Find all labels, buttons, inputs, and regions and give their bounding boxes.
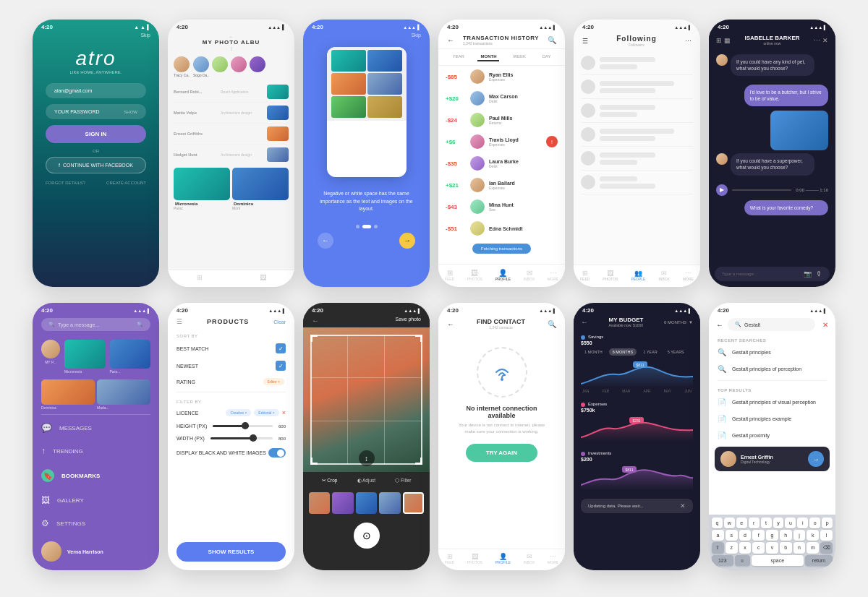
key-space[interactable]: space [752, 555, 804, 566]
create-link[interactable]: CREATE ACCOUNT [106, 181, 146, 185]
recent-item-1[interactable]: 🔍 Gestalt principles [709, 344, 835, 361]
transaction-item[interactable]: -$51 Edna Schmidt [438, 218, 565, 239]
key-123[interactable]: 123 [712, 555, 733, 566]
play-icon-6[interactable]: ▶ [716, 184, 728, 196]
list-item-2[interactable] [581, 75, 693, 99]
nav-photos-4[interactable]: 🖼PHOTOS [467, 269, 482, 281]
key-t[interactable]: t [761, 517, 772, 528]
thumb-4[interactable] [379, 492, 400, 514]
fetching-btn[interactable]: Fetching transactions [472, 244, 531, 254]
save-photo-btn[interactable]: Save photo [396, 317, 421, 325]
nav-inbox-10[interactable]: ✉ INBOX [524, 553, 535, 564]
nav-people-5[interactable]: 👥 PEOPLE [631, 270, 645, 281]
back-icon-12[interactable]: ← [716, 321, 723, 329]
nav-inbox-4[interactable]: ✉INBOX [524, 269, 535, 281]
search-input-12[interactable]: 🔍 Gestalt [728, 318, 815, 331]
transaction-item[interactable]: -$85 Ryan EllisExpenses [438, 66, 565, 87]
key-g[interactable]: g [766, 530, 778, 541]
key-j[interactable]: j [793, 530, 806, 541]
key-i[interactable]: i [797, 517, 808, 528]
show-btn[interactable]: SHOW [124, 110, 137, 114]
editorial-tag[interactable]: Editorial × [254, 409, 278, 416]
transaction-item[interactable]: +$20 Max CarsonDebit [438, 87, 565, 109]
crop-tool[interactable]: ✂ Crop [322, 478, 338, 484]
list-item-3[interactable] [581, 99, 693, 123]
key-q[interactable]: q [712, 517, 723, 528]
key-b[interactable]: b [780, 542, 792, 554]
forgot-link[interactable]: FORGOT DETAILS? [46, 181, 85, 185]
bw-toggle[interactable] [268, 448, 286, 458]
budget-period-selector[interactable]: 6 MONTHS ▼ [664, 320, 693, 325]
prev-btn[interactable]: ← [318, 233, 333, 249]
capture-btn[interactable]: ⊙ [354, 523, 380, 549]
tab-month[interactable]: MONTH [477, 53, 499, 61]
nav-bookmarks[interactable]: 🔖 BOOKMARKS [41, 463, 150, 489]
back-icon-9[interactable]: ← [312, 317, 319, 325]
transaction-item[interactable]: +$21 Ian BallardExpenses [438, 174, 565, 196]
chat-input-bar[interactable]: Type a message... 📷 🎙 [715, 267, 830, 281]
key-h[interactable]: h [780, 530, 792, 541]
nav-more-4[interactable]: ⋯MORE [548, 269, 558, 281]
album-item[interactable]: Hedget Hunt Architecture design [174, 145, 289, 165]
thumb-selected[interactable] [403, 492, 424, 514]
nav-messages[interactable]: 💬 MESSAGES [41, 416, 150, 439]
search-icon-10[interactable]: 🔍 [548, 320, 556, 328]
thumb-1[interactable] [309, 492, 330, 514]
password-field[interactable]: YOUR PASSWORD SHOW [46, 104, 146, 119]
list-item-1[interactable] [581, 51, 693, 75]
key-v[interactable]: v [766, 542, 778, 554]
photo-item[interactable]: Dominica Mont [232, 168, 289, 210]
nav-profile-10[interactable]: 👤 PROFILE [495, 553, 511, 564]
list-item-4[interactable] [581, 123, 693, 147]
menu-icon-8[interactable]: ☰ [176, 318, 182, 325]
key-o[interactable]: o [809, 517, 820, 528]
width-slider[interactable] [210, 437, 273, 439]
key-z[interactable]: z [726, 542, 738, 554]
nav-more-5[interactable]: ⋯ MORE [683, 270, 694, 281]
transaction-item[interactable]: -$35 Laura BurkeDebit [438, 153, 565, 174]
key-f[interactable]: f [752, 530, 765, 541]
menu-icon-5[interactable]: ☰ [582, 38, 588, 45]
adjust-tool[interactable]: ◐ Adjust [357, 478, 376, 484]
skip-btn-3[interactable]: Skip [411, 33, 421, 38]
close-tag[interactable]: × [282, 409, 286, 416]
top-item-1[interactable]: 📄 Gestalt principles of visual perceptio… [709, 394, 835, 411]
album-item[interactable]: Bernard Robi... React Application [174, 82, 289, 103]
best-match-check[interactable]: ✓ [276, 343, 286, 353]
clear-btn-8[interactable]: Clear [273, 319, 286, 325]
tab-6m[interactable]: 6 MONTHS [609, 348, 637, 356]
back-icon-11[interactable]: ← [581, 318, 588, 326]
top-item-3[interactable]: 📄 Gestalt proximity [709, 427, 835, 444]
key-s[interactable]: s [726, 530, 738, 541]
key-shift[interactable]: ⇧ [712, 542, 724, 554]
key-p[interactable]: p [822, 517, 833, 528]
nav-photos-5[interactable]: 🖼 PHOTOS [603, 270, 618, 281]
key-w[interactable]: w [724, 517, 735, 528]
close-updating[interactable]: ✕ [680, 502, 686, 510]
key-m[interactable]: m [807, 542, 819, 554]
key-e[interactable]: e [736, 517, 747, 528]
mic-icon-6[interactable]: 🎙 [816, 270, 822, 278]
email-field[interactable]: alan@gmail.com [46, 83, 146, 98]
try-again-btn[interactable]: TRY AGAIN [466, 444, 537, 462]
facebook-button[interactable]: f CONTINUE WITH FACEBOOK [46, 157, 146, 173]
nav-photos[interactable]: 🖼 [260, 274, 266, 281]
key-n[interactable]: n [793, 542, 806, 554]
search-icon-4[interactable]: 🔍 [548, 36, 556, 44]
key-k[interactable]: k [807, 530, 819, 541]
photo-item[interactable]: Micronesia Parac [174, 168, 230, 210]
nav-feed-4[interactable]: ⊞FEED [445, 269, 454, 281]
thumb-3[interactable] [356, 492, 377, 514]
height-slider[interactable] [213, 425, 273, 427]
recent-item-2[interactable]: 🔍 Gestalt principles of perception [709, 361, 835, 377]
show-results-btn[interactable]: SHOW RESULTS [176, 542, 286, 562]
editor-tag[interactable]: Editor × [263, 378, 284, 385]
more-icon-6[interactable]: ⋯ [814, 37, 820, 44]
transaction-item[interactable]: -$24 Paul MillsReturns [438, 109, 565, 131]
tiles-icon-6[interactable]: ▦ [724, 37, 731, 44]
nav-profile-4[interactable]: 👤PROFILE [495, 269, 511, 281]
search-bar-7[interactable]: 🔍 Type a message... 🔍 [41, 318, 150, 331]
nav-photos-10[interactable]: 🖼 PHOTOS [467, 553, 482, 564]
more-icon-5[interactable]: ⋯ [685, 38, 692, 45]
key-u[interactable]: u [785, 517, 796, 528]
